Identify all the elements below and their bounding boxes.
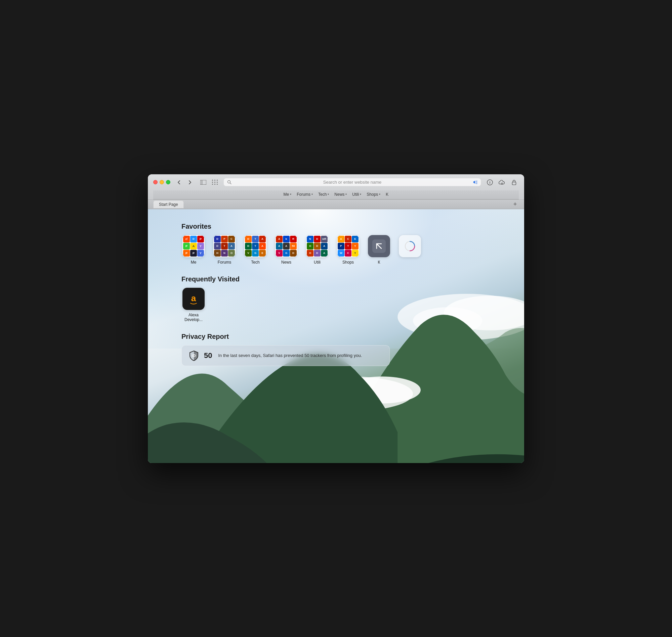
privacy-shield-icon bbox=[189, 350, 199, 361]
favorite-news[interactable]: A b R A A 50 V G D News bbox=[274, 235, 298, 265]
favorite-k-icon bbox=[368, 235, 390, 257]
bookmark-tech[interactable]: Tech ▾ bbox=[316, 191, 332, 198]
page-content: Favorites r/ D P P A Y P P Y bbox=[148, 209, 524, 463]
svg-rect-7 bbox=[512, 182, 516, 185]
title-bar: Search or enter website name i bbox=[148, 174, 524, 200]
lock-button[interactable] bbox=[509, 178, 519, 187]
visited-alexa-label: Alexa Develop... bbox=[181, 313, 206, 322]
favorites-section: Favorites r/ D P P A Y P P Y bbox=[181, 223, 491, 265]
info-button[interactable]: i bbox=[485, 178, 495, 187]
visited-alexa-icon: a bbox=[182, 288, 205, 310]
frequently-visited-section: Frequently Visited a Alexa Develop... bbox=[181, 275, 491, 322]
favorite-shops-label: Shops bbox=[342, 260, 354, 265]
svg-text:a: a bbox=[191, 293, 196, 303]
forward-button[interactable] bbox=[185, 179, 195, 186]
favorite-utili-label: Utili bbox=[314, 260, 321, 265]
visited-grid: a Alexa Develop... bbox=[181, 288, 491, 322]
address-bar-text: Search or enter website name bbox=[233, 180, 471, 185]
address-bar[interactable]: Search or enter website name bbox=[224, 178, 481, 186]
favorite-k[interactable]: К bbox=[367, 235, 391, 265]
search-icon bbox=[227, 180, 231, 184]
privacy-card[interactable]: 50 In the last seven days, Safari has pr… bbox=[181, 345, 390, 366]
svg-rect-0 bbox=[200, 180, 206, 185]
start-page-tab[interactable]: Start Page bbox=[153, 200, 184, 208]
bookmark-forums[interactable]: Forums ▾ bbox=[294, 191, 316, 198]
bookmarks-bar: Me ▾ Forums ▾ Tech ▾ News ▾ Utili ▾ Shop… bbox=[153, 190, 519, 199]
title-bar-top: Search or enter website name i bbox=[153, 178, 519, 190]
audio-icon bbox=[473, 180, 477, 184]
frequently-visited-title: Frequently Visited bbox=[181, 275, 491, 283]
favorite-shops-icon: A C E P T Y W C Y bbox=[337, 235, 359, 257]
favorites-grid: r/ D P P A Y P P Y Me bbox=[181, 235, 491, 265]
favorite-loading bbox=[398, 235, 422, 265]
favorite-utili-icon: N D wR O D A O D A bbox=[306, 235, 328, 257]
minimize-button[interactable] bbox=[160, 180, 164, 184]
visited-alexa[interactable]: a Alexa Develop... bbox=[181, 288, 206, 322]
favorite-k-label: К bbox=[378, 260, 381, 265]
favorite-forums-icon: D P C D T A H N O bbox=[213, 235, 235, 257]
cloud-button[interactable] bbox=[497, 178, 507, 187]
bookmark-me[interactable]: Me ▾ bbox=[281, 191, 294, 198]
svg-point-22 bbox=[194, 355, 195, 356]
favorite-news-label: News bbox=[281, 260, 291, 265]
svg-line-3 bbox=[230, 183, 231, 184]
maximize-button[interactable] bbox=[166, 180, 170, 184]
sidebar-toggle-button[interactable] bbox=[198, 179, 208, 186]
favorite-forums[interactable]: D P C D T A H N O Forums bbox=[212, 235, 236, 265]
favorite-utili[interactable]: N D wR O D A O D A Utili bbox=[305, 235, 329, 265]
main-content: Favorites r/ D P P A Y P P Y bbox=[148, 209, 524, 463]
favorite-tech[interactable]: D T A D T A V G E Tech bbox=[243, 235, 267, 265]
favorite-tech-icon: D T A D T A V G E bbox=[244, 235, 266, 257]
toolbar-right: i bbox=[485, 178, 519, 187]
browser-window: Search or enter website name i bbox=[148, 174, 524, 463]
bookmark-k[interactable]: K bbox=[383, 191, 391, 198]
favorite-shops[interactable]: A C E P T Y W C Y Shops bbox=[336, 235, 360, 265]
bookmark-news[interactable]: News ▾ bbox=[332, 191, 350, 198]
privacy-report-section: Privacy Report 50 In the last seven days… bbox=[181, 333, 491, 366]
privacy-report-title: Privacy Report bbox=[181, 333, 491, 341]
privacy-message: In the last seven days, Safari has preve… bbox=[218, 353, 362, 358]
favorite-me-label: Me bbox=[191, 260, 197, 265]
bookmark-shops[interactable]: Shops ▾ bbox=[364, 191, 383, 198]
nav-buttons bbox=[174, 179, 195, 186]
svg-text:i: i bbox=[489, 180, 490, 184]
tab-bar: Start Page + bbox=[148, 200, 524, 209]
bookmark-utili[interactable]: Utili ▾ bbox=[350, 191, 364, 198]
favorite-loading-icon bbox=[399, 235, 421, 257]
dots-grid bbox=[212, 180, 218, 185]
traffic-lights bbox=[153, 180, 170, 184]
favorite-news-icon: A b R A A 50 V G D bbox=[275, 235, 297, 257]
favorites-title: Favorites bbox=[181, 223, 491, 230]
favorite-me-icon: r/ D P P A Y P P Y bbox=[182, 235, 205, 257]
favorite-forums-label: Forums bbox=[218, 260, 231, 265]
close-button[interactable] bbox=[153, 180, 158, 184]
favorite-me[interactable]: r/ D P P A Y P P Y Me bbox=[181, 235, 206, 265]
new-tab-button[interactable]: + bbox=[511, 200, 519, 208]
back-button[interactable] bbox=[174, 179, 184, 186]
favorite-tech-label: Tech bbox=[251, 260, 260, 265]
tracker-count: 50 bbox=[204, 351, 212, 360]
